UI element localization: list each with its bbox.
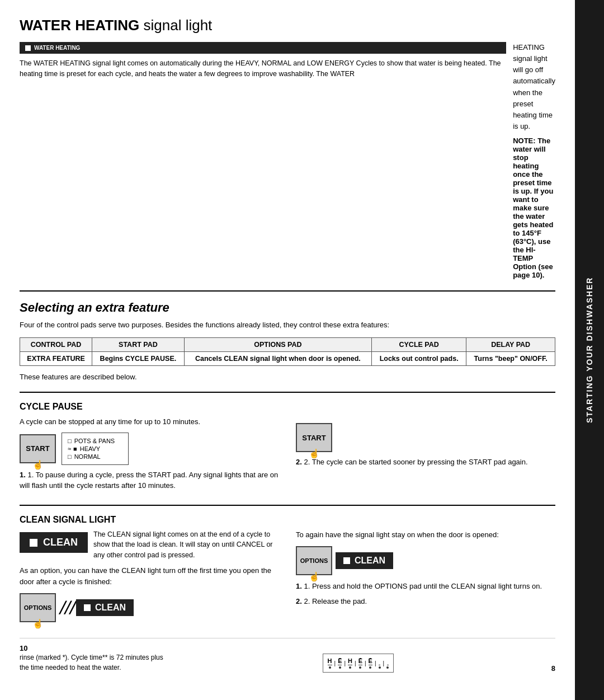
td-cycle-feature: Locks out control pads. xyxy=(371,352,466,366)
bottom-footer-text: rinse (marked *). Cycle time** is 72 min… xyxy=(20,652,165,673)
clean-badge-label: CLEAN xyxy=(43,537,78,548)
options-pad-right-hand-icon: ☝ xyxy=(309,571,320,582)
clean-step1-num: 1. xyxy=(296,582,302,590)
ci-sep-3: | xyxy=(355,660,356,666)
clean-label-dark-right-text: CLEAN xyxy=(355,556,385,566)
bottom-section: 10 rinse (marked *). Cycle time** is 72 … xyxy=(20,638,555,673)
th-start-pad: START PAD xyxy=(92,338,185,352)
pots-panel: □ POTS & PANS ≈ ■ HEAVY □ NORMAL xyxy=(62,433,129,465)
table-header-row: CONTROL PAD START PAD OPTIONS PAD CYCLE … xyxy=(20,338,555,352)
options-pad-right-label: OPTIONS xyxy=(300,557,328,564)
ci-dot-E1 xyxy=(339,666,341,669)
cp-step2: 2. 2. The cycle can be started sooner by… xyxy=(296,457,555,468)
feature-table: CONTROL PAD START PAD OPTIONS PAD CYCLE … xyxy=(20,337,555,366)
th-control-pad: CONTROL PAD xyxy=(20,338,92,352)
ci-dot-E3 xyxy=(369,666,371,669)
wh-badge-dot xyxy=(25,45,31,51)
clean-left: CLEAN The CLEAN signal light comes on at… xyxy=(20,529,279,628)
cp-step1-num: 1. xyxy=(20,471,26,479)
clean-badge: CLEAN xyxy=(20,532,88,553)
clean-label-dark-dot xyxy=(84,604,91,611)
ci-cell-E2: Ē xyxy=(358,657,362,669)
ci-cell-blank1 xyxy=(379,657,381,669)
options-pad-right[interactable]: OPTIONS ☝ xyxy=(296,546,332,575)
clean-step2-text: 2. Release the pad. xyxy=(304,597,367,605)
pots-label-1: POTS & PANS xyxy=(74,438,115,444)
options-pad-left[interactable]: OPTIONS ☝ xyxy=(20,593,56,622)
td-start-feature: Begins CYCLE PAUSE. xyxy=(92,352,185,366)
clean-step1-text: 1. Press and hold the OPTIONS pad until … xyxy=(304,582,542,590)
ci-dot-blank1 xyxy=(379,666,381,669)
wh-text-row: WATER HEATING The WATER HEATING signal l… xyxy=(20,42,555,281)
clean-badge-dot xyxy=(30,539,37,547)
sidebar-label: STARTING YOUR DISHWASHER xyxy=(585,277,594,423)
cp-step2-num: 2. xyxy=(296,458,302,466)
ci-cell-H1: H xyxy=(328,657,332,669)
ci-sep-4: | xyxy=(365,660,366,666)
pots-line-1: □ POTS & PANS xyxy=(68,438,122,444)
ci-dot-blank2 xyxy=(386,666,389,669)
start-pad-right-hand-icon: ☝ xyxy=(309,448,320,459)
ci-sep-5: | xyxy=(375,660,376,666)
clean-step2-num: 2. xyxy=(296,597,302,605)
ci-dot-H1 xyxy=(329,666,331,669)
sidebar: STARTING YOUR DISHWASHER xyxy=(575,0,604,700)
water-heating-badge: WATER HEATING xyxy=(20,42,506,54)
clean-body: CLEAN The CLEAN signal light comes on at… xyxy=(20,529,555,628)
cp-right-images: START ☝ xyxy=(296,423,555,452)
clean-left-text2: As an option, you can have the CLEAN lig… xyxy=(20,565,279,588)
clean-left-text-span: The CLEAN signal light comes on at the e… xyxy=(93,530,273,560)
pots-label-3: NORMAL xyxy=(74,453,101,460)
ci-cell-E3: Ē xyxy=(369,657,372,669)
clean-signal-title: CLEAN signal light xyxy=(20,515,555,525)
divider-1 xyxy=(20,290,555,292)
wh-badge-col: WATER HEATING The WATER HEATING signal l… xyxy=(20,42,506,281)
ci-cell-blank2 xyxy=(386,657,389,669)
ci-dot-H2 xyxy=(349,666,351,669)
clean-label-dark-right: CLEAN xyxy=(336,552,393,569)
pots-check-1: □ xyxy=(68,438,72,444)
pots-waves-icon: ≈ xyxy=(68,445,70,452)
main-content: WATER HEATING signal light WATER HEATING… xyxy=(0,0,575,700)
options-clean-right-row: OPTIONS ☝ CLEAN xyxy=(296,546,555,575)
options-pad-left-label: OPTIONS xyxy=(24,604,52,611)
bottom-left: 10 rinse (marked *). Cycle time** is 72 … xyxy=(20,644,165,673)
th-cycle-pad: CYCLE PAD xyxy=(371,338,466,352)
divider-2 xyxy=(20,392,555,393)
cp-left: CYCLE PAUSE A cycle can be stopped at an… xyxy=(20,402,279,495)
pots-line-3: □ NORMAL xyxy=(68,453,122,460)
cycle-pause-section: CYCLE PAUSE A cycle can be stopped at an… xyxy=(20,402,555,495)
clean-section: CLEAN signal light CLEAN The CLEAN signa… xyxy=(20,515,555,628)
ci-letter-E2: Ē xyxy=(358,657,362,665)
wh-note: NOTE: The water will stop heating once t… xyxy=(513,137,555,279)
ci-dot-E2 xyxy=(359,666,361,669)
th-options-pad: OPTIONS PAD xyxy=(184,338,371,352)
divider-3 xyxy=(20,505,555,506)
clean-label-dark-text: CLEAN xyxy=(95,603,126,613)
ci-letter-H2: H xyxy=(348,657,352,665)
clean-step1-right: 1. 1. Press and hold the OPTIONS pad unt… xyxy=(296,581,555,592)
td-options-feature: Cancels CLEAN signal light when door is … xyxy=(184,352,371,366)
clean-badge-row: CLEAN The CLEAN signal light comes on at… xyxy=(20,529,279,561)
ci-letter-blank1 xyxy=(379,657,380,665)
pots-label-2: HEAVY xyxy=(80,445,100,452)
ci-letter-E3: Ē xyxy=(369,657,372,665)
pots-check-3: □ xyxy=(68,453,72,460)
options-clean-left-row: OPTIONS ☝ ╱╱╱ CLEAN xyxy=(20,593,279,622)
start-pad-left[interactable]: START ☝ xyxy=(20,434,56,463)
ci-letter-E1: Ē xyxy=(338,657,342,665)
ci-sep-2: | xyxy=(344,660,346,666)
cycle-indicator-bar: H | Ē | H | Ē | Ē | xyxy=(323,654,394,673)
cp-step2-text: 2. The cycle can be started sooner by pr… xyxy=(304,458,527,466)
wh-left-text: The WATER HEATING signal light comes on … xyxy=(20,58,506,80)
td-delay-feature: Turns "beep" ON/OFF. xyxy=(466,352,555,366)
th-delay-pad: DELAY PAD xyxy=(466,338,555,352)
page-number-8: 8 xyxy=(551,664,555,673)
wh-title-normal: signal light xyxy=(139,17,212,34)
clean-label-dark-right-dot xyxy=(343,557,350,564)
clean-step2-right: 2. 2. Release the pad. xyxy=(296,596,555,607)
td-extra-feature-label: EXTRA FEATURE xyxy=(20,352,92,366)
water-heating-title: WATER HEATING signal light xyxy=(20,17,555,34)
start-pad-right[interactable]: START ☝ xyxy=(296,423,332,452)
cp-right: START ☝ 2. 2. The cycle can be started s… xyxy=(296,402,555,495)
